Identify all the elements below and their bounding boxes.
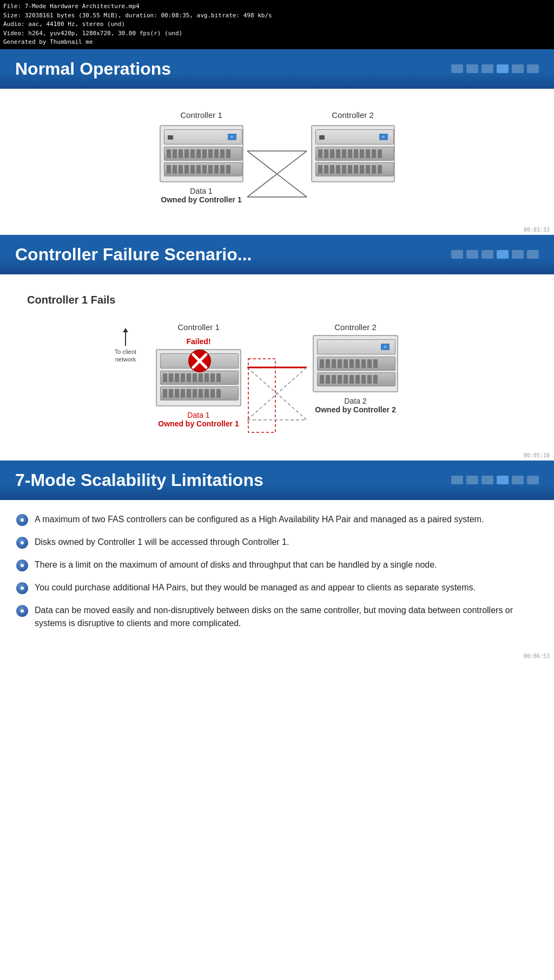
slide1-title: Normal Operations	[15, 59, 171, 79]
bullet-text-4: You could purchase additional HA Pairs, …	[35, 581, 476, 594]
controller1-unit: n	[164, 129, 242, 144]
limitations-list: A maximum of two FAS controllers can be …	[16, 513, 538, 630]
ctrl1-icon: n	[228, 134, 236, 140]
failure-ctrl2-shelf2	[317, 372, 395, 386]
slide2-nav-dot-6[interactable]	[527, 250, 539, 259]
normal-ops-diagram: Controller 1 n	[22, 100, 532, 219]
ctrl2-icon: n	[379, 134, 388, 140]
failure-subtitle: Controller 1 Fails	[22, 294, 532, 306]
ctrl2-shelf1	[315, 147, 394, 161]
slide2-header: Controller Failure Scenario...	[0, 235, 554, 274]
ctrl2-shelf2	[315, 162, 394, 176]
slide1-nav-dots	[451, 64, 539, 73]
failure-shelf2	[160, 386, 239, 400]
bullet-icon-3	[16, 560, 28, 571]
ctrl1-shelf2	[164, 162, 242, 176]
bullet-item-2: Disks owned by Controller 1 will be acce…	[16, 536, 538, 549]
controller2-unit: n	[315, 129, 394, 144]
to-client-label: To client network	[107, 348, 144, 364]
failure-data2: Data 2 Owned by Controller 2	[315, 397, 395, 414]
file-info-line4: Video: h264, yuv420p, 1280x720, 30.00 fp…	[3, 29, 551, 38]
slide3-nav-dot-3[interactable]	[482, 476, 493, 484]
controller2-label: Controller 2	[332, 110, 374, 120]
nav-dot-3[interactable]	[482, 64, 493, 73]
cross-lines	[247, 143, 307, 208]
failure-ctrl2-shelf1	[317, 357, 395, 371]
slide2-title: Controller Failure Scenario...	[15, 245, 252, 265]
failure-ctrl1-unit	[160, 353, 239, 369]
ctrl1-shelf1	[164, 147, 242, 161]
bullet-text-2: Disks owned by Controller 1 will be acce…	[35, 536, 289, 549]
slide2-nav-dot-5[interactable]	[512, 250, 524, 259]
slide2-nav-dot-3[interactable]	[482, 250, 493, 259]
slide-controller-failure: Controller Failure Scenario... Controlle…	[0, 235, 554, 461]
file-info-line1: File: 7-Mode Hardware Architecture.mp4	[3, 2, 551, 11]
failure-ctrl1-label: Controller 1	[177, 323, 220, 332]
controller1-label: Controller 1	[180, 110, 222, 120]
bullet-item-4: You could purchase additional HA Pairs, …	[16, 581, 538, 594]
failure-controller1-column: Controller 1 Failed!	[150, 323, 247, 428]
bullet-icon-2	[16, 537, 28, 549]
nav-dot-6[interactable]	[527, 64, 539, 73]
file-info-line2: Size: 32038161 bytes (30.55 MiB), durati…	[3, 11, 551, 21]
slide3-timestamp: 00:06:53	[524, 653, 550, 659]
slide3-title: 7-Mode Scalability Limitations	[15, 470, 263, 490]
bullet-text-1: A maximum of two FAS controllers can be …	[35, 513, 484, 526]
nav-dot-4-active[interactable]	[497, 64, 509, 73]
bullet-item-3: There is a limit on the maximum of amoun…	[16, 558, 538, 571]
x-mark-icon	[188, 349, 212, 373]
bullet-item-5: Data can be moved easily and non-disrupt…	[16, 604, 538, 630]
file-info-line5: Generated by Thumbnail me	[3, 38, 551, 47]
slide2-timestamp: 00:05:10	[524, 452, 550, 458]
failure-ctrl2-label: Controller 2	[334, 323, 377, 332]
data1-label: Data 1 Owned by Controller 1	[161, 187, 241, 204]
failure-data1: Data 1 Owned by Controller 1	[158, 411, 239, 428]
slide3-nav-dot-5[interactable]	[512, 476, 524, 484]
failure-ctrl2-unit: n	[317, 339, 395, 354]
slide2-nav-dot-1[interactable]	[451, 250, 463, 259]
client-network-indicator: To client network	[107, 328, 144, 364]
failure-cross-lines	[247, 358, 307, 433]
bullet-item-1: A maximum of two FAS controllers can be …	[16, 513, 538, 526]
bullet-icon-4	[16, 582, 28, 594]
slide3-nav-dot-4-active[interactable]	[497, 476, 509, 484]
slide3-body: A maximum of two FAS controllers can be …	[0, 500, 554, 661]
nav-dot-1[interactable]	[451, 64, 463, 73]
failure-diagram: To client network Controller 1 Failed!	[22, 312, 532, 444]
bullet-text-5: Data can be moved easily and non-disrupt…	[35, 604, 538, 630]
nav-dot-5[interactable]	[512, 64, 524, 73]
bullet-icon-5	[16, 605, 28, 617]
bullet-icon-1	[16, 514, 28, 526]
svg-rect-7	[248, 359, 275, 432]
file-info-bar: File: 7-Mode Hardware Architecture.mp4 S…	[0, 0, 554, 49]
slide1-header: Normal Operations	[0, 49, 554, 89]
controller1-column: Controller 1 n	[155, 110, 247, 204]
slide-scalability: 7-Mode Scalability Limitations A maximum…	[0, 461, 554, 661]
slide3-nav-dot-2[interactable]	[466, 476, 478, 484]
failure-ctrl1-status: Failed!	[177, 337, 220, 346]
controller2-column: Controller 2 n	[307, 110, 399, 182]
slide3-nav-dot-6[interactable]	[527, 476, 539, 484]
slide3-nav-dots	[451, 476, 539, 484]
failure-controller2-column: Controller 2 n	[307, 323, 404, 414]
slide2-body: Controller 1 Fails To client network Con…	[0, 274, 554, 461]
nav-dot-2[interactable]	[466, 64, 478, 73]
bullet-text-3: There is a limit on the maximum of amoun…	[35, 558, 437, 571]
slide2-nav-dot-2[interactable]	[466, 250, 478, 259]
slide-normal-operations: Normal Operations Controller 1	[0, 49, 554, 235]
slide2-nav-dots	[451, 250, 539, 259]
slide1-timestamp: 00:03:33	[524, 227, 550, 233]
slide3-header: 7-Mode Scalability Limitations	[0, 461, 554, 500]
file-info-line3: Audio: aac, 44100 Hz, stereo (und)	[3, 20, 551, 29]
ctrl2f-icon: n	[381, 344, 390, 350]
slide1-body: Controller 1 n	[0, 89, 554, 235]
slide2-nav-dot-4-active[interactable]	[497, 250, 509, 259]
slide3-nav-dot-1[interactable]	[451, 476, 463, 484]
